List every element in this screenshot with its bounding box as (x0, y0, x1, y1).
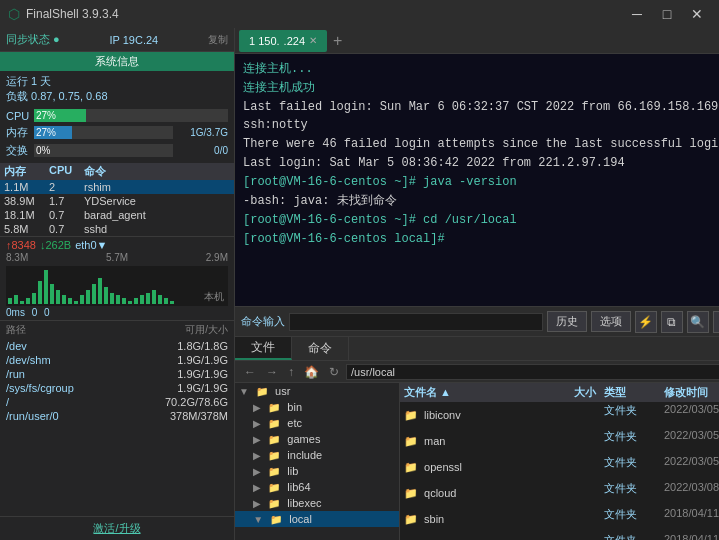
right-panel: 1 150. .224 ✕ + ⊞ 连接主机...连接主机成功Last fail… (235, 28, 719, 540)
chart-bar (74, 301, 79, 304)
left-panel: 同步状态 ● IP 19C.24 复制 系统信息 运行 1 天 负载 0.87,… (0, 28, 235, 540)
chart-bar (134, 298, 139, 304)
mem-bar-container: 27% (34, 126, 173, 139)
disk-row[interactable]: /dev/shm1.9G/1.9G (6, 353, 228, 367)
file-explorer: ▼ 📁 usr ▶ 📁 bin ▶ 📁 etc ▶ 📁 games ▶ 📁 in… (235, 383, 719, 540)
process-row[interactable]: 5.8M0.7sshd (0, 222, 234, 236)
net-max: 8.3M (6, 252, 28, 263)
cmd-tab[interactable]: 命令 (292, 337, 349, 360)
tab-bar: 1 150. .224 ✕ + ⊞ (235, 28, 719, 54)
chart-bar (146, 293, 151, 304)
copy-ip-button[interactable]: 复制 (208, 33, 228, 47)
terminal-line: [root@VM-16-6-centos ~]# java -version (243, 173, 719, 191)
disk-row[interactable]: /run1.9G/1.9G (6, 367, 228, 381)
copy-icon[interactable]: ⧉ (661, 311, 683, 333)
file-path-input[interactable] (346, 364, 719, 380)
nav-up-button[interactable]: ↑ (285, 365, 297, 379)
file-tab[interactable]: 文件 (235, 337, 292, 360)
bolt-icon[interactable]: ⚡ (635, 311, 657, 333)
chart-bar (110, 293, 115, 304)
disk-row[interactable]: /run/user/0378M/378M (6, 409, 228, 423)
file-row[interactable]: 📁 man 文件夹 2022/03/05 08:43 drwxr-xr-x (400, 428, 719, 454)
chart-bar (50, 284, 55, 304)
net-iface[interactable]: eth0▼ (75, 239, 107, 251)
runtime-info: 运行 1 天 负载 0.87, 0.75, 0.68 (0, 71, 234, 107)
file-row[interactable]: 📁 sbin 文件夹 2018/04/11 12:59 drwxr-xr-x (400, 506, 719, 532)
maximize-button[interactable]: □ (653, 4, 681, 24)
nav-back-button[interactable]: ← (241, 365, 259, 379)
tree-item-games[interactable]: ▶ 📁 games (235, 431, 399, 447)
net-mid: 5.7M (106, 252, 128, 263)
search-icon[interactable]: 🔍 (687, 311, 709, 333)
chart-bar (158, 295, 163, 304)
settings-icon[interactable]: ⚙ (713, 311, 719, 333)
tree-item-libexec[interactable]: ▶ 📁 libexec (235, 495, 399, 511)
net-speeds: 0ms 0 0 (6, 307, 228, 318)
file-row[interactable]: 📁 libiconv 文件夹 2022/03/05 08:43 drwxr-xr… (400, 402, 719, 428)
upgrade-button[interactable]: 激活/升级 (93, 522, 140, 534)
mem-row: 内存 27% 1G/3.7G (6, 125, 228, 140)
chart-bar (116, 295, 121, 304)
chart-bar (164, 298, 169, 304)
terminal-line: [root@VM-16-6-centos ~]# cd /usr/local (243, 211, 719, 229)
history-button[interactable]: 历史 (547, 311, 587, 332)
close-button[interactable]: ✕ (683, 4, 711, 24)
tree-item-bin[interactable]: ▶ 📁 bin (235, 399, 399, 415)
file-date-header: 修改时间 (664, 385, 719, 400)
swap-label: 交换 (6, 143, 34, 158)
chart-bar (68, 298, 73, 304)
cpu-bar-container: 27% (34, 109, 228, 122)
process-row[interactable]: 1.1M2rshim (0, 180, 234, 194)
bottom-btn: 激活/升级 (0, 516, 234, 540)
terminal-tab-0[interactable]: 1 150. .224 ✕ (239, 30, 327, 52)
disk-avail-header: 可用/大小 (185, 323, 228, 337)
add-tab-button[interactable]: + (329, 32, 346, 50)
directory-tree: ▼ 📁 usr ▶ 📁 bin ▶ 📁 etc ▶ 📁 games ▶ 📁 in… (235, 383, 400, 540)
tab-suffix: .224 (284, 35, 305, 47)
tree-item-local[interactable]: ▼ 📁 local (235, 511, 399, 527)
network-chart: 本机 (6, 266, 228, 306)
sys-info-bar: 系统信息 (0, 52, 234, 71)
tree-item-lib[interactable]: ▶ 📁 lib (235, 463, 399, 479)
net-download: ↓262B (40, 239, 71, 251)
chart-bar (128, 301, 133, 304)
titlebar-left: ⬡ FinalShell 3.9.3.4 (8, 6, 119, 22)
chart-bar (80, 295, 85, 304)
tab-close-icon[interactable]: ✕ (309, 35, 317, 46)
tree-item-etc[interactable]: ▶ 📁 etc (235, 415, 399, 431)
file-row[interactable]: 📁 qcloud 文件夹 2022/03/08 08:29 drwxr-xr-x (400, 480, 719, 506)
net-min: 2.9M (206, 252, 228, 263)
disk-row[interactable]: /dev1.8G/1.8G (6, 339, 228, 353)
process-row[interactable]: 38.9M1.7YDService (0, 194, 234, 208)
tree-item-include[interactable]: ▶ 📁 include (235, 447, 399, 463)
file-toolbar: ← → ↑ 🏠 ↻ 历史▾ (235, 361, 719, 383)
command-input[interactable] (289, 313, 543, 331)
proc-mem-header: 内存 (4, 164, 49, 179)
chart-bar (98, 278, 103, 304)
minimize-button[interactable]: ─ (623, 4, 651, 24)
process-row[interactable]: 18.1M0.7barad_agent (0, 208, 234, 222)
nav-home-button[interactable]: 🏠 (301, 365, 322, 379)
chart-bar (86, 290, 91, 304)
options-button[interactable]: 选项 (591, 311, 631, 332)
tree-item-usr[interactable]: ▼ 📁 usr (235, 383, 399, 399)
resource-bars: CPU 27% 内存 27% 1G/3.7G 交换 0% (0, 107, 234, 163)
file-rows: 📁 libiconv 文件夹 2022/03/05 08:43 drwxr-xr… (400, 402, 719, 540)
tree-item-lib64[interactable]: ▶ 📁 lib64 (235, 479, 399, 495)
disk-row[interactable]: /sys/fs/cgroup1.9G/1.9G (6, 381, 228, 395)
file-row[interactable]: 📁 openssl 文件夹 2022/03/05 08:43 drwxr-xr-… (400, 454, 719, 480)
nav-refresh-button[interactable]: ↻ (326, 365, 342, 379)
disk-row[interactable]: /70.2G/78.6G (6, 395, 228, 409)
proc-cpu-header: CPU (49, 164, 84, 179)
net-upload: ↑8348 (6, 239, 36, 251)
mem-percent: 27% (36, 126, 56, 139)
file-row[interactable]: 📁 share 文件夹 2018/04/11 12:59 drwxr-xr-x (400, 532, 719, 540)
chart-bar (32, 293, 37, 304)
terminal-line: There were 46 failed login attempts sinc… (243, 135, 719, 153)
chart-bar (122, 298, 127, 304)
chart-bar (152, 290, 157, 304)
chart-bar (14, 295, 19, 304)
nav-forward-button[interactable]: → (263, 365, 281, 379)
command-input-label: 命令输入 (241, 314, 285, 329)
terminal[interactable]: 连接主机...连接主机成功Last failed login: Sun Mar … (235, 54, 719, 306)
